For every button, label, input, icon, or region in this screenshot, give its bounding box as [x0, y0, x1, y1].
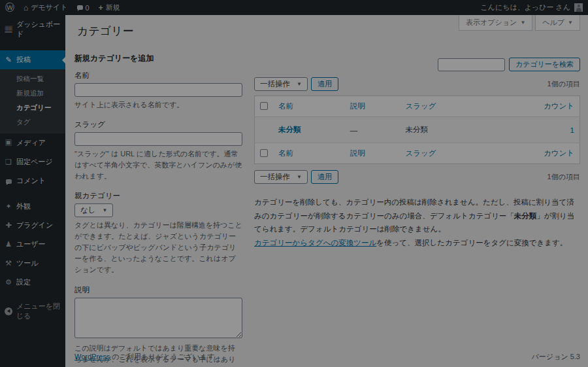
wordpress-logo-icon[interactable]: Ⓦ	[5, 2, 14, 14]
parent-category-select[interactable]: なし ▼	[74, 203, 113, 217]
footer-thanks-text: のご利用ありがとうございます。	[110, 353, 221, 360]
admin-sidebar: ▦ ダッシュボード ✎ 投稿 投稿一覧 新規追加 カテゴリー タグ ▣ メディア…	[0, 15, 65, 367]
pages-icon: ❑	[5, 158, 12, 166]
sidebar-item-label: 固定ページ	[16, 157, 53, 167]
select-all-checkbox[interactable]	[260, 102, 268, 110]
home-icon: ⌂	[24, 3, 28, 12]
version-text: バージョン 5.3	[532, 352, 580, 362]
chevron-down-icon: ▼	[520, 20, 525, 26]
site-name-link[interactable]: ⌂ デモサイト	[24, 3, 68, 12]
media-icon: ▣	[5, 138, 12, 148]
column-header-slug[interactable]: スラッグ	[400, 96, 489, 117]
sidebar-item-comments[interactable]: コメント	[0, 171, 65, 190]
dashboard-icon: ▦	[5, 25, 12, 35]
help-button[interactable]: ヘルプ ▼	[535, 15, 580, 31]
name-help: サイト上に表示される名前です。	[74, 99, 242, 111]
site-name-label: デモサイト	[31, 3, 67, 12]
sidebar-item-pages[interactable]: ❑ 固定ページ	[0, 152, 65, 171]
new-content-link[interactable]: + 新規	[99, 3, 120, 12]
add-category-form: 新規カテゴリーを追加 名前 サイト上に表示される名前です。 スラッグ "スラッグ…	[74, 39, 242, 367]
account-menu[interactable]: こんにちは、よっひー さん	[480, 3, 588, 12]
category-slug: 未分類	[400, 117, 489, 143]
apply-button[interactable]: 適用	[311, 77, 338, 91]
comment-icon	[5, 177, 12, 185]
category-name-link[interactable]: 未分類	[278, 126, 301, 133]
category-to-tag-converter-link[interactable]: カテゴリーからタグへの変換ツール	[254, 239, 376, 247]
tablenav-top: 一括操作 ▼ 適用 1個の項目	[254, 77, 580, 91]
comments-count: 0	[86, 4, 90, 12]
items-count: 1個の項目	[547, 172, 580, 182]
main-content: 表示オプション ▼ ヘルプ ▼ カテゴリー 新規カテゴリーを追加 名前 サイト上…	[65, 15, 588, 367]
bulk-actions-select[interactable]: 一括操作 ▼	[254, 170, 308, 184]
plus-icon: +	[99, 3, 103, 12]
sidebar-item-tags[interactable]: タグ	[0, 115, 65, 130]
avatar	[574, 3, 583, 12]
name-input[interactable]	[74, 83, 242, 97]
gear-icon: ⚙	[5, 278, 12, 287]
column-header-description[interactable]: 説明	[345, 96, 400, 117]
description-label: 説明	[74, 285, 242, 295]
parent-category-help: タグとは異なり、カテゴリーは階層構造を持つことができます。たとえば、ジャズという…	[74, 220, 242, 275]
sidebar-item-appearance[interactable]: ✦ 外観	[0, 197, 65, 216]
sidebar-item-all-posts[interactable]: 投稿一覧	[0, 72, 65, 86]
slug-help: "スラッグ" は URL に適した形式の名前です。通常はすべて半角小文字で、英数…	[74, 149, 242, 182]
bulk-actions-value: 一括操作	[260, 79, 290, 89]
sidebar-item-label: ツール	[16, 258, 39, 268]
comments-bubble-icon	[77, 5, 83, 10]
sidebar-item-dashboard[interactable]: ▦ ダッシュボード	[0, 15, 65, 44]
chevron-down-icon: ▼	[297, 174, 302, 180]
search-categories-button[interactable]: カテゴリーを検索	[509, 58, 580, 71]
sidebar-item-label: メディア	[16, 138, 46, 148]
help-label: ヘルプ	[542, 18, 564, 27]
sidebar-item-tools[interactable]: ⚒ ツール	[0, 254, 65, 273]
collapse-menu-label: メニューを閉じる	[16, 302, 61, 321]
sidebar-item-label: 設定	[16, 277, 31, 287]
wrench-icon: ⚒	[5, 259, 12, 268]
categories-list-panel: カテゴリーを検索 一括操作 ▼ 適用 1個の項目 名前 説明	[254, 39, 580, 250]
sidebar-item-categories[interactable]: カテゴリー	[0, 101, 65, 115]
select-all-checkbox[interactable]	[260, 149, 268, 157]
slug-input[interactable]	[74, 132, 242, 146]
category-count-link[interactable]: 1	[570, 126, 574, 134]
column-header-name[interactable]: 名前	[273, 143, 345, 164]
admin-footer: WordPress のご利用ありがとうございます。 バージョン 5.3	[74, 352, 580, 362]
parent-category-value: なし	[80, 205, 96, 215]
search-input[interactable]	[438, 58, 505, 71]
wordpress-footer-link[interactable]: WordPress	[74, 353, 110, 360]
new-label: 新規	[106, 3, 120, 12]
column-header-description[interactable]: 説明	[345, 143, 400, 164]
apply-button[interactable]: 適用	[311, 170, 338, 184]
description-textarea[interactable]	[74, 298, 242, 338]
sidebar-item-label: 投稿	[16, 55, 31, 65]
table-row: 未分類 — 未分類 1	[255, 117, 580, 143]
screen-options-label: 表示オプション	[466, 18, 517, 27]
sidebar-item-add-new[interactable]: 新規追加	[0, 86, 65, 101]
screen-options-button[interactable]: 表示オプション ▼	[459, 15, 532, 31]
categories-table: 名前 説明 スラッグ カウント 未分類 — 未分類 1	[254, 96, 580, 164]
column-header-count[interactable]: カウント	[489, 96, 580, 117]
sidebar-item-label: プラグイン	[16, 220, 53, 230]
bulk-actions-value: 一括操作	[260, 172, 290, 182]
name-label: 名前	[74, 71, 242, 80]
sidebar-item-label: ユーザー	[16, 239, 46, 249]
sidebar-item-posts[interactable]: ✎ 投稿	[0, 50, 65, 69]
sidebar-item-settings[interactable]: ⚙ 設定	[0, 273, 65, 292]
column-header-name[interactable]: 名前	[273, 96, 345, 117]
column-header-slug[interactable]: スラッグ	[400, 143, 489, 164]
sidebar-item-label: ダッシュボード	[16, 20, 61, 39]
brush-icon: ✦	[5, 202, 12, 211]
pushpin-icon: ✎	[5, 56, 12, 64]
sidebar-item-label: 外観	[16, 201, 31, 211]
note-default-category: 未分類	[514, 212, 537, 220]
column-header-count[interactable]: カウント	[489, 143, 580, 164]
chevron-down-icon: ▼	[297, 81, 302, 87]
bulk-actions-select[interactable]: 一括操作 ▼	[254, 77, 308, 91]
sidebar-item-users[interactable]: ♟ ユーザー	[0, 235, 65, 254]
comments-adminbar-link[interactable]: 0	[77, 4, 90, 12]
chevron-down-icon: ▼	[568, 20, 573, 26]
sidebar-item-media[interactable]: ▣ メディア	[0, 133, 65, 152]
sidebar-item-plugins[interactable]: ✚ プラグイン	[0, 216, 65, 235]
user-icon: ♟	[5, 240, 12, 249]
form-heading: 新規カテゴリーを追加	[74, 53, 242, 64]
collapse-menu-button[interactable]: ◀ メニューを閉じる	[0, 297, 65, 326]
